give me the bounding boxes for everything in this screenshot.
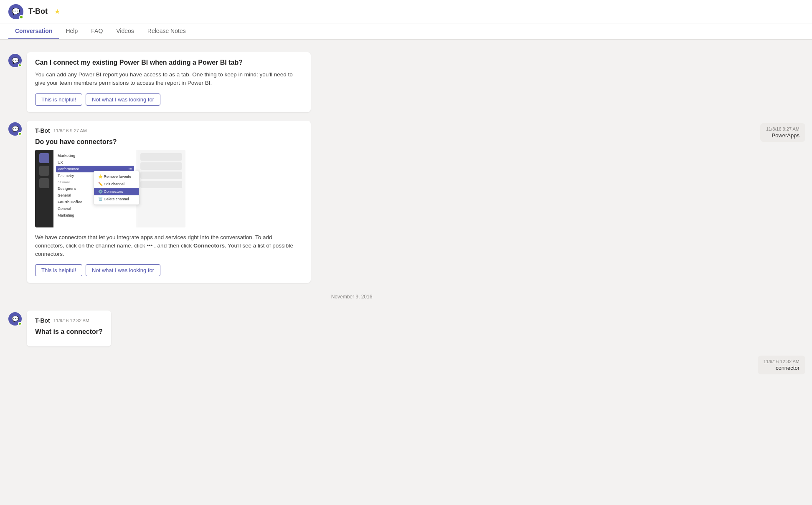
bot-icon-3: 💬 — [12, 316, 19, 322]
img-icon-files — [39, 178, 49, 188]
feedback-buttons-connectors: This is helpful! Not what I was looking … — [35, 264, 302, 276]
main-layout: 💬 Can I connect my existing Power BI whe… — [0, 40, 812, 500]
img-right-msg3 — [140, 172, 182, 179]
message-title-connectors: Do you have connectors? — [35, 138, 302, 146]
bot-icon-2: 💬 — [12, 126, 19, 132]
message-card-connectors: T-Bot 11/8/16 9:27 AM Do you have connec… — [27, 121, 311, 283]
message-body-connectors: We have connectors that let you integrat… — [35, 233, 302, 259]
helpful-btn-powerbi[interactable]: This is helpful! — [35, 93, 82, 106]
message-group-connectors: 💬 T-Bot 11/8/16 9:27 AM Do you have conn… — [0, 116, 703, 288]
chat-area: 💬 Can I connect my existing Power BI whe… — [0, 40, 703, 500]
img-dd-delete: 🗑️ Delete channel — [94, 195, 139, 203]
online-dot-1 — [18, 63, 22, 67]
sidebar-time-1: 11/8/16 9:27 AM — [766, 126, 799, 131]
header: 💬 T-Bot ★ — [0, 0, 812, 23]
online-dot-2 — [18, 132, 22, 136]
helpful-btn-connectors[interactable]: This is helpful! — [35, 264, 82, 276]
tab-faq[interactable]: FAQ — [84, 23, 109, 39]
sidebar-text-2: connector — [764, 365, 799, 371]
date-separator: November 9, 2016 — [0, 287, 703, 306]
sender-connectors: T-Bot — [35, 127, 50, 134]
img-channel-ux: UX — [56, 159, 134, 166]
not-helpful-btn-powerbi[interactable]: Not what I was looking for — [86, 93, 160, 106]
sidebar-text-1: PowerApps — [766, 132, 799, 139]
img-dd-connectors: ⚙️ Connectors — [94, 188, 139, 195]
message-group-partial: 💬 T-Bot 11/9/16 12:32 AM What is a conne… — [0, 306, 703, 351]
connectors-image: Marketing UX Performance ••• Telemetry 3… — [35, 150, 185, 227]
star-icon[interactable]: ★ — [54, 8, 60, 15]
message-meta-connectors: T-Bot 11/8/16 9:27 AM — [35, 127, 302, 134]
tab-videos[interactable]: Videos — [109, 23, 141, 39]
bot-icon-1: 💬 — [12, 57, 19, 64]
img-right-panel — [137, 150, 185, 227]
message-meta-partial: T-Bot 11/9/16 12:32 AM — [35, 317, 103, 324]
img-right-msg4 — [140, 181, 182, 188]
img-dd-remove: ⭐ Remove favorite — [94, 173, 139, 180]
bot-avatar-msg2: 💬 — [8, 122, 22, 136]
tab-release-notes[interactable]: Release Notes — [141, 23, 193, 39]
feedback-buttons-powerbi: This is helpful! Not what I was looking … — [35, 93, 302, 106]
timestamp-partial: 11/9/16 12:32 AM — [53, 318, 89, 323]
nav-tabs: Conversation Help FAQ Videos Release Not… — [0, 23, 812, 40]
sender-partial: T-Bot — [35, 317, 50, 324]
sidebar-time-2: 11/9/16 12:32 AM — [764, 359, 799, 364]
bot-avatar-msg1: 💬 — [8, 54, 22, 67]
right-sidebar: 11/8/16 9:27 AM PowerApps 11/9/16 12:32 … — [703, 40, 812, 500]
img-icon-teams — [39, 153, 49, 163]
img-channel-marketing2: Marketing — [56, 212, 134, 219]
bot-avatar: 💬 — [8, 4, 23, 19]
message-card-powerbi: Can I connect my existing Power BI when … — [27, 52, 311, 112]
sidebar-msg-1: 11/8/16 9:27 AM PowerApps — [760, 123, 805, 142]
message-body-powerbi: You can add any Power BI report you have… — [35, 71, 302, 88]
img-dropdown: ⭐ Remove favorite ✏️ Edit channel ⚙️ Con… — [94, 171, 140, 205]
message-card-partial: T-Bot 11/9/16 12:32 AM What is a connect… — [27, 311, 111, 346]
bot-avatar-icon: 💬 — [12, 8, 20, 15]
timestamp-connectors: 11/8/16 9:27 AM — [53, 128, 87, 133]
message-group-powerbi: 💬 Can I connect my existing Power BI whe… — [0, 48, 703, 116]
message-title-partial: What is a connector? — [35, 328, 103, 336]
img-icon-meetings — [39, 166, 49, 176]
img-channel-marketing: Marketing — [56, 152, 134, 159]
img-channel-panel: Marketing UX Performance ••• Telemetry 3… — [53, 150, 137, 227]
online-indicator — [19, 15, 23, 19]
bot-name: T-Bot — [28, 7, 48, 16]
img-right-msg1 — [140, 153, 182, 161]
sidebar-msg-2: 11/9/16 12:32 AM connector — [758, 356, 805, 374]
img-sidebar — [35, 150, 53, 227]
img-dd-edit: ✏️ Edit channel — [94, 180, 139, 188]
bot-avatar-msg3: 💬 — [8, 312, 22, 326]
img-right-msg2 — [140, 162, 182, 170]
tab-conversation[interactable]: Conversation — [8, 23, 59, 39]
tab-help[interactable]: Help — [59, 23, 84, 39]
not-helpful-btn-connectors[interactable]: Not what I was looking for — [86, 264, 160, 276]
online-dot-3 — [18, 322, 22, 326]
img-channel-general2: General — [56, 205, 134, 212]
message-title-powerbi: Can I connect my existing Power BI when … — [35, 59, 302, 66]
